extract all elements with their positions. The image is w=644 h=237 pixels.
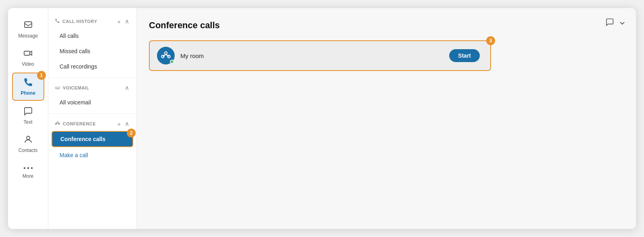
svg-point-3 (23, 167, 25, 169)
chat-dropdown-btn[interactable] (604, 16, 616, 30)
voicemail-title: VOICEMAIL (63, 85, 89, 90)
phone-label: Phone (21, 90, 35, 96)
conference-actions: + ∧ (116, 120, 130, 127)
conference-header-left: CONFERENCE (55, 121, 96, 127)
main-content: Conference calls My room Start 3 (137, 8, 636, 229)
room-avatar-icon (161, 50, 171, 62)
topright-icons (604, 16, 626, 30)
voicemail-collapse-btn[interactable]: ∧ (124, 84, 130, 91)
svg-point-7 (58, 87, 60, 89)
nav-all-voicemail[interactable]: All voicemail (52, 95, 133, 110)
voicemail-actions: ∧ (124, 84, 130, 91)
more-label: More (23, 173, 33, 179)
message-icon (23, 20, 33, 31)
nav-badge-2: 2 (127, 129, 136, 137)
conference-icon (55, 121, 60, 127)
phone-icon (23, 77, 33, 89)
message-label: Message (18, 33, 38, 39)
nav-all-calls[interactable]: All calls (52, 29, 133, 43)
app-container: Message Video Phone 1 (8, 8, 636, 229)
svg-rect-0 (25, 22, 32, 27)
nav-make-a-call[interactable]: Make a call (52, 148, 133, 162)
call-history-add-btn[interactable]: + (116, 18, 122, 25)
icon-sidebar: Message Video Phone 1 (8, 8, 48, 229)
text-icon (23, 106, 33, 118)
page-title: Conference calls (149, 20, 624, 31)
svg-point-9 (57, 121, 58, 123)
svg-point-2 (27, 136, 30, 139)
nav-call-recordings[interactable]: Call recordings (52, 59, 133, 74)
room-name: My room (180, 52, 449, 59)
call-history-header: CALL HISTORY + ∧ (48, 15, 136, 28)
sidebar-item-message[interactable]: Message (12, 16, 44, 43)
sidebar-badge-1: 1 (37, 71, 46, 80)
conference-header: CONFERENCE + ∧ (48, 117, 136, 131)
svg-point-4 (27, 167, 29, 169)
divider-1 (48, 77, 136, 78)
svg-point-6 (55, 87, 57, 89)
conference-title: CONFERENCE (63, 121, 96, 126)
call-history-title: CALL HISTORY (62, 19, 97, 24)
text-label: Text (23, 119, 32, 125)
voicemail-header-left: VOICEMAIL (55, 85, 89, 91)
svg-point-5 (31, 167, 32, 169)
sidebar-item-more[interactable]: More (12, 159, 44, 183)
video-icon (23, 48, 33, 60)
call-history-header-left: CALL HISTORY (55, 18, 97, 25)
video-label: Video (22, 61, 34, 67)
call-history-actions: + ∧ (116, 18, 130, 25)
voicemail-icon (55, 85, 60, 91)
contacts-icon (23, 135, 33, 146)
sidebar-item-phone[interactable]: Phone 1 (12, 73, 44, 101)
conference-add-btn[interactable]: + (116, 121, 122, 127)
sidebar-item-contacts[interactable]: Contacts (12, 131, 44, 157)
voicemail-header: VOICEMAIL ∧ (48, 81, 136, 95)
nav-missed-calls[interactable]: Missed calls (52, 44, 133, 58)
room-avatar (157, 47, 175, 64)
divider-2 (48, 113, 136, 114)
card-badge-3: 3 (486, 36, 495, 45)
start-button[interactable]: Start (449, 49, 480, 62)
call-history-collapse-btn[interactable]: ∧ (124, 18, 130, 25)
phone-small-icon (55, 18, 60, 25)
conference-collapse-btn[interactable]: ∧ (124, 120, 130, 127)
dropdown-arrow-btn[interactable] (618, 17, 626, 29)
conference-card: My room Start 3 (149, 40, 491, 71)
nav-panel: CALL HISTORY + ∧ All calls Missed calls … (48, 8, 137, 229)
svg-point-14 (165, 52, 167, 54)
more-icon (23, 163, 33, 172)
svg-rect-1 (24, 51, 30, 55)
sidebar-item-text[interactable]: Text (12, 102, 44, 129)
room-avatar-status-dot (170, 60, 174, 64)
contacts-label: Contacts (19, 148, 37, 153)
sidebar-item-video[interactable]: Video (12, 44, 44, 71)
nav-conference-calls[interactable]: Conference calls 2 (52, 131, 133, 147)
